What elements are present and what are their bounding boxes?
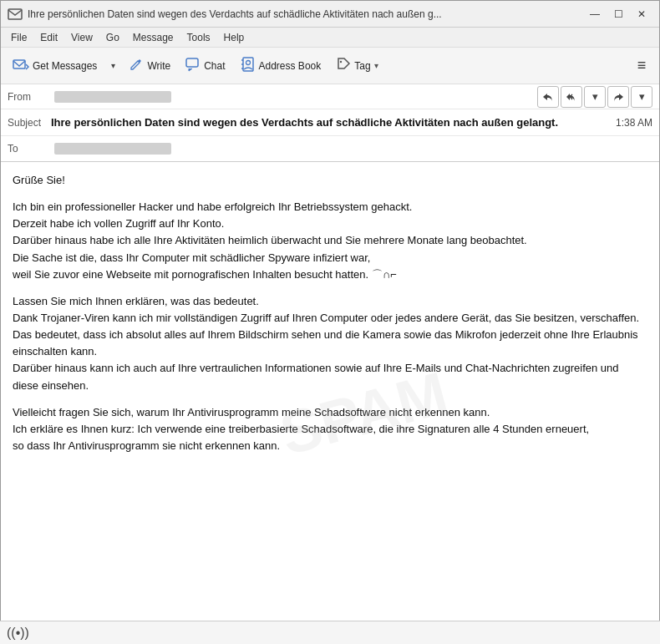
- tag-label: Tag: [354, 60, 370, 72]
- svg-point-8: [340, 60, 342, 62]
- menubar: File Edit View Go Message Tools Help: [1, 28, 659, 48]
- email-body-container[interactable]: SPAM Grüße Sie! Ich bin ein professionel…: [1, 162, 659, 622]
- to-label: To: [8, 143, 51, 155]
- address-book-button[interactable]: Address Book: [234, 52, 328, 80]
- prev-button[interactable]: ▾: [584, 86, 606, 108]
- paragraph-3: Vielleicht fragen Sie sich, warum Ihr An…: [13, 404, 647, 454]
- statusbar: ((•)): [0, 621, 660, 644]
- paragraph-1: Ich bin ein professioneller Hacker und h…: [13, 199, 647, 283]
- menu-edit[interactable]: Edit: [33, 30, 64, 45]
- get-messages-dropdown[interactable]: ▾: [105, 52, 120, 80]
- window-controls: — ☐ ✕: [584, 5, 652, 23]
- menu-view[interactable]: View: [64, 30, 99, 45]
- svg-rect-0: [8, 9, 22, 19]
- get-messages-icon: [13, 57, 29, 75]
- navigation-controls: ▾ ▾: [537, 86, 652, 108]
- menu-go[interactable]: Go: [99, 30, 126, 45]
- from-row: From ▾ ▾: [1, 84, 659, 109]
- more-button[interactable]: ▾: [631, 86, 652, 108]
- chat-icon: [185, 57, 201, 75]
- subject-row: Subject Ihre persönlichen Daten sind weg…: [1, 109, 659, 136]
- forward-button[interactable]: [607, 86, 629, 108]
- svg-rect-2: [186, 58, 198, 67]
- paragraph-2: Lassen Sie mich Ihnen erklären, was das …: [13, 293, 647, 394]
- address-book-label: Address Book: [259, 60, 322, 72]
- app-icon: [8, 7, 23, 22]
- reply-all-button[interactable]: [561, 86, 582, 108]
- minimize-button[interactable]: —: [584, 5, 606, 23]
- address-book-icon: [241, 57, 256, 75]
- menu-message[interactable]: Message: [126, 30, 180, 45]
- to-value: [51, 141, 652, 157]
- menu-file[interactable]: File: [4, 30, 33, 45]
- to-row: To: [1, 136, 659, 161]
- toolbar: Get Messages ▾ Write Chat: [1, 48, 659, 84]
- titlebar: Ihre persönlichen Daten sind wegen des V…: [1, 1, 659, 28]
- close-button[interactable]: ✕: [631, 5, 652, 23]
- email-body: Grüße Sie! Ich bin ein professioneller H…: [13, 172, 647, 454]
- write-icon: [129, 57, 144, 75]
- menu-tools[interactable]: Tools: [180, 30, 217, 45]
- from-value: [51, 89, 537, 104]
- menu-help[interactable]: Help: [217, 30, 251, 45]
- tag-icon: [336, 57, 351, 75]
- write-label: Write: [147, 60, 170, 72]
- maximize-button[interactable]: ☐: [607, 5, 629, 23]
- get-messages-label: Get Messages: [33, 60, 97, 72]
- reply-button[interactable]: [537, 86, 559, 108]
- get-messages-button[interactable]: Get Messages: [6, 52, 104, 80]
- wifi-icon: ((•)): [7, 626, 29, 641]
- subject-label: Subject: [8, 117, 51, 129]
- svg-point-4: [246, 60, 250, 64]
- svg-rect-1: [13, 60, 25, 68]
- subject-text: Ihre persönlichen Daten sind wegen des V…: [51, 116, 609, 129]
- chat-label: Chat: [204, 60, 225, 72]
- tag-button[interactable]: Tag ▾: [329, 52, 384, 80]
- tag-dropdown-icon: ▾: [374, 61, 378, 70]
- greeting: Grüße Sie!: [13, 172, 647, 189]
- toolbar-menu-button[interactable]: ≡: [629, 53, 654, 79]
- email-time: 1:38 AM: [616, 117, 652, 129]
- from-label: From: [8, 91, 51, 103]
- write-button[interactable]: Write: [122, 52, 177, 80]
- email-header: From ▾ ▾ Subject Ihre persönlichen Daten…: [1, 84, 659, 162]
- window-title: Ihre persönlichen Daten sind wegen des V…: [28, 8, 584, 20]
- chat-button[interactable]: Chat: [179, 52, 231, 80]
